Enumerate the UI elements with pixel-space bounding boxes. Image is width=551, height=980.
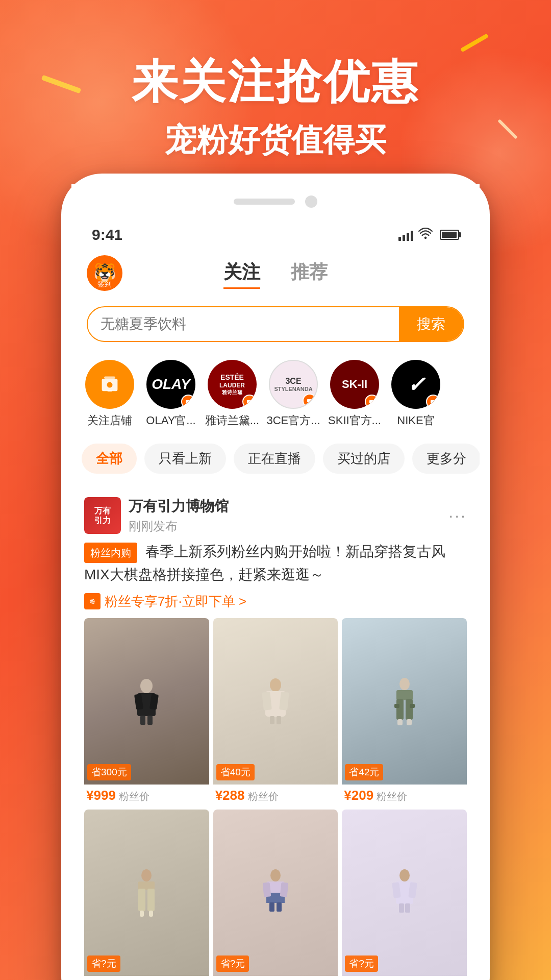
product-save-badge-2: 省40元 bbox=[216, 764, 255, 780]
product-img-5: 省?元 bbox=[213, 810, 338, 976]
feed-more-button[interactable]: ··· bbox=[448, 506, 467, 525]
svg-rect-28 bbox=[138, 881, 155, 890]
filter-tab-all[interactable]: 全部 bbox=[82, 444, 137, 474]
svg-point-40 bbox=[399, 869, 410, 881]
svg-rect-31 bbox=[140, 911, 144, 917]
header-tabs: 关注 推荐 bbox=[133, 257, 418, 289]
search-button[interactable]: 搜索 bbox=[399, 307, 463, 341]
store-estee-label: 雅诗兰黛... bbox=[205, 413, 259, 428]
product-card-4[interactable]: 省?元 ¥?? 粉丝价 bbox=[84, 810, 209, 980]
svg-rect-45 bbox=[405, 903, 410, 913]
feed-store-name: 万有引力博物馆 bbox=[129, 497, 448, 516]
product-card-3[interactable]: 省42元 ¥209 粉丝价 bbox=[342, 618, 467, 805]
product-img-3: 省42元 bbox=[342, 618, 467, 785]
store-nike-label: NIKE官 bbox=[397, 413, 434, 428]
phone-outer-frame: 9:41 bbox=[61, 174, 490, 980]
tab-follow[interactable]: 关注 bbox=[223, 257, 260, 289]
sign-in-label: 签到 bbox=[97, 280, 112, 289]
svg-rect-17 bbox=[270, 716, 274, 724]
product-save-badge-6: 省?元 bbox=[345, 955, 378, 972]
svg-point-19 bbox=[399, 678, 410, 690]
store-item-3ce[interactable]: 3CE STYLENANDA 3CE官方... bbox=[265, 360, 321, 428]
phone-screen: 9:41 bbox=[71, 219, 480, 980]
store-follow-label: 关注店铺 bbox=[87, 413, 132, 428]
store-item-olay[interactable]: OLAY OLAY官... bbox=[143, 360, 199, 428]
feed-item: 万有引力 万有引力博物馆 刚刚发布 ··· 粉丝内购 春季上新系列粉丝内购开始啦… bbox=[71, 486, 480, 980]
svg-rect-2 bbox=[104, 377, 115, 379]
svg-rect-32 bbox=[149, 911, 153, 917]
svg-rect-39 bbox=[277, 902, 282, 912]
skii-avatar: SK-II bbox=[330, 360, 379, 409]
filter-tab-more[interactable]: 更多分 bbox=[412, 444, 480, 474]
svg-point-27 bbox=[141, 869, 152, 881]
svg-rect-25 bbox=[397, 719, 403, 725]
svg-rect-22 bbox=[406, 699, 413, 720]
feed-store-avatar[interactable]: 万有引力 bbox=[84, 497, 121, 534]
3ce-avatar: 3CE STYLENANDA bbox=[269, 360, 318, 409]
search-bar: 搜索 bbox=[87, 306, 464, 342]
svg-rect-11 bbox=[140, 716, 145, 725]
product-card-6[interactable]: 省?元 ¥?? 粉丝价 bbox=[342, 810, 467, 980]
svg-rect-26 bbox=[407, 719, 412, 725]
feed-store-info: 万有引力博物馆 刚刚发布 bbox=[129, 497, 448, 534]
store-item-follow[interactable]: 关注店铺 bbox=[82, 360, 138, 428]
product-price-5: ¥?? 粉丝价 bbox=[213, 976, 338, 980]
tab-recommend[interactable]: 推荐 bbox=[291, 257, 328, 289]
ribbon-decoration-1 bbox=[460, 34, 489, 53]
product-card-2[interactable]: 省40元 ¥288 粉丝价 bbox=[213, 618, 338, 805]
hero-title: 来关注抢优惠 bbox=[0, 51, 551, 113]
sign-in-button[interactable]: 🐯 签到 bbox=[87, 255, 122, 291]
filter-tab-new[interactable]: 只看上新 bbox=[144, 444, 226, 474]
search-input[interactable] bbox=[88, 316, 399, 332]
store-olay-label: OLAY官... bbox=[146, 413, 195, 428]
svg-rect-18 bbox=[277, 716, 281, 724]
svg-rect-30 bbox=[147, 889, 155, 911]
phone-speaker bbox=[234, 199, 295, 205]
store-3ce-label: 3CE官方... bbox=[266, 413, 320, 428]
store-skii-label: SKII官方... bbox=[328, 413, 381, 428]
status-time: 9:41 bbox=[92, 226, 122, 243]
svg-point-33 bbox=[270, 869, 281, 881]
product-grid: 省300元 ¥999 粉丝价 bbox=[84, 618, 467, 980]
wifi-icon bbox=[418, 228, 433, 242]
product-save-badge-3: 省42元 bbox=[345, 764, 383, 780]
filter-tab-bought[interactable]: 买过的店 bbox=[323, 444, 405, 474]
svg-text:粉: 粉 bbox=[89, 599, 95, 604]
product-price-1: ¥999 粉丝价 bbox=[84, 785, 209, 805]
svg-rect-20 bbox=[396, 690, 413, 700]
product-card-5[interactable]: 省?元 ¥?? 粉丝价 bbox=[213, 810, 338, 980]
product-card-1[interactable]: 省300元 ¥999 粉丝价 bbox=[84, 618, 209, 805]
store-item-nike[interactable]: ✓ NIKE官 bbox=[388, 360, 444, 428]
svg-rect-23 bbox=[394, 704, 399, 708]
product-price-4: ¥?? 粉丝价 bbox=[84, 976, 209, 980]
product-save-badge-5: 省?元 bbox=[216, 955, 249, 972]
phone-camera bbox=[305, 195, 317, 208]
stores-row: 关注店铺 OLAY OLAY官... bbox=[71, 350, 480, 433]
store-item-skii[interactable]: SK-II SKII官方... bbox=[327, 360, 383, 428]
svg-point-3 bbox=[107, 382, 113, 388]
phone-top-hardware bbox=[71, 184, 480, 219]
svg-rect-38 bbox=[269, 902, 274, 912]
feed-content-text: 粉丝内购 春季上新系列粉丝内购开始啦！新品穿搭复古风MIX大棋盘格拼接撞色，赶紧… bbox=[84, 541, 467, 586]
svg-point-0 bbox=[424, 236, 427, 239]
feed-post-time: 刚刚发布 bbox=[129, 518, 448, 534]
product-img-2: 省40元 bbox=[213, 618, 338, 785]
fan-discount-text: 粉丝专享7折·立即下单 > bbox=[105, 593, 246, 610]
store-item-estee[interactable]: ESTÉE LAUDER 雅诗兰黛 雅诗兰黛... bbox=[204, 360, 260, 428]
filter-tab-live[interactable]: 正在直播 bbox=[234, 444, 315, 474]
olay-avatar: OLAY bbox=[146, 360, 195, 409]
product-save-badge-4: 省?元 bbox=[87, 955, 120, 972]
phone-inner-frame: 9:41 bbox=[71, 219, 480, 980]
svg-rect-4 bbox=[108, 390, 112, 391]
product-price-2: ¥288 粉丝价 bbox=[213, 785, 338, 805]
fan-discount-link[interactable]: 粉 粉丝专享7折·立即下单 > bbox=[84, 593, 467, 610]
product-img-1: 省300元 bbox=[84, 618, 209, 785]
svg-rect-12 bbox=[147, 716, 153, 725]
product-save-badge-1: 省300元 bbox=[87, 764, 131, 780]
status-bar: 9:41 bbox=[71, 219, 480, 250]
signal-icon bbox=[398, 229, 413, 241]
estee-avatar: ESTÉE LAUDER 雅诗兰黛 bbox=[208, 360, 257, 409]
hero-text-area: 来关注抢优惠 宠粉好货值得买 bbox=[0, 51, 551, 161]
product-price-3: ¥209 粉丝价 bbox=[342, 785, 467, 805]
svg-rect-44 bbox=[399, 903, 404, 913]
